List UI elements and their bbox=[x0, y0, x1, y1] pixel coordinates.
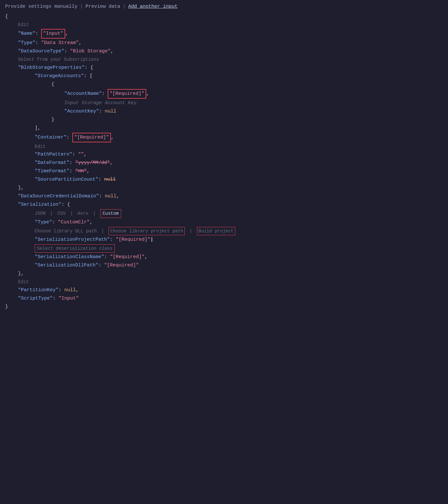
path-pattern-value: "" bbox=[78, 151, 84, 158]
ser-type-avro[interactable]: Avro bbox=[77, 210, 88, 217]
top-bar: Provide settings manually | Preview data… bbox=[5, 4, 443, 9]
source-partition-count-line: "SourcePartitionCount" : null bbox=[5, 176, 443, 184]
choose-lib-dll-path-link[interactable]: Choose library DLL path bbox=[35, 228, 97, 235]
name-key: "Name" bbox=[18, 30, 35, 38]
input-storage-account-key-line: Input Storage Account Key bbox=[5, 99, 443, 107]
ser-type-csv[interactable]: CSV bbox=[58, 210, 66, 217]
datasource-type-line: "DataSourceType" : "Blob Storage" , bbox=[5, 47, 443, 56]
ser-type-value: "CustomClr" bbox=[58, 219, 90, 226]
select-subscriptions-line: Select from your Subscriptions bbox=[5, 56, 443, 63]
datasource-type-value: "Blob Storage" bbox=[70, 48, 111, 55]
cursor: | bbox=[150, 236, 153, 244]
datasource-credential-domain-line: "DataSourceCredentialDomain" : null , bbox=[5, 192, 443, 201]
serialization-key: "Serialization" bbox=[18, 201, 61, 209]
close-bracket-line: ], bbox=[5, 124, 443, 132]
date-format-line: "DateFormat" : "yyyy/MM/dd" , bbox=[5, 159, 443, 167]
serialization-class-name-value: "[Required]" bbox=[110, 253, 145, 261]
serialization-project-path-line: "SerializationProjectPath" : "[Required]… bbox=[5, 236, 443, 244]
serialization-line: "Serialization" : { bbox=[5, 201, 443, 209]
partition-key-key: "PartitionKey" bbox=[18, 286, 58, 294]
account-name-value: "[Required]" bbox=[110, 90, 144, 98]
date-format-key: "DateFormat" bbox=[35, 159, 69, 167]
inner-close-brace: } bbox=[5, 116, 443, 124]
choose-lib-project-path-link[interactable]: Choose library project path bbox=[109, 227, 185, 235]
script-type-key: "ScriptType" bbox=[18, 295, 53, 302]
serialization-type-bar-line: JSON | CSV | Avro | Custom bbox=[5, 209, 443, 218]
library-path-bar-line: Choose library DLL path | Choose library… bbox=[5, 227, 443, 236]
account-name-line: "AccountName" : "[Required]" , bbox=[5, 89, 443, 99]
blob-storage-properties-key: "BlobStorageProperties" bbox=[18, 64, 85, 72]
select-deserialization-class-link[interactable]: Select deserialization class bbox=[35, 244, 115, 253]
ser-type-line: "Type" : "CustomClr" , bbox=[5, 218, 443, 227]
sep2: | bbox=[123, 4, 126, 9]
open-brace: { bbox=[5, 13, 443, 21]
edit-label-1: Edit bbox=[5, 21, 443, 29]
sep1: | bbox=[80, 4, 83, 9]
source-partition-count-value: null bbox=[104, 176, 116, 184]
serialization-class-name-line: "SerializationClassName" : "[Required]" … bbox=[5, 253, 443, 261]
container-value-highlight[interactable]: "[Required]" bbox=[72, 133, 111, 142]
type-key: "Type" bbox=[18, 39, 35, 47]
edit-link-2[interactable]: Edit bbox=[35, 143, 46, 150]
serialization-dll-path-value: "[Required]" bbox=[104, 262, 139, 269]
datasource-credential-domain-value: null bbox=[105, 193, 116, 200]
serialization-dll-path-line: "SerializationDllPath" : "[Required]" bbox=[5, 261, 443, 270]
serialization-dll-path-key: "SerializationDllPath" bbox=[35, 262, 98, 269]
datasource-credential-domain-key: "DataSourceCredentialDomain" bbox=[18, 193, 99, 200]
serialization-type-bar: JSON | CSV | Avro | Custom bbox=[35, 209, 121, 218]
partition-key-line: "PartitionKey" : null , bbox=[5, 286, 443, 294]
edit-label-2-line: Edit bbox=[5, 143, 443, 150]
serialization-project-path-key: "SerializationProjectPath" bbox=[35, 236, 110, 244]
edit-label-3-line: Edit bbox=[5, 278, 443, 286]
script-type-line: "ScriptType" : "Input" bbox=[5, 294, 443, 303]
datasource-type-key: "DataSourceType" bbox=[18, 48, 64, 55]
storage-accounts-line: "StorageAccounts" : [ bbox=[5, 72, 443, 80]
time-format-key: "TimeFormat" bbox=[35, 167, 69, 175]
ser-close-brace: }, bbox=[5, 270, 443, 278]
blob-close-brace: }, bbox=[5, 184, 443, 192]
edit-link-3[interactable]: Edit bbox=[18, 278, 29, 285]
source-partition-count-key: "SourcePartitionCount" bbox=[35, 176, 98, 184]
storage-accounts-key: "StorageAccounts" bbox=[35, 72, 84, 80]
type-line: "Type" : "Data Stream" , bbox=[5, 39, 443, 47]
ser-type-key: "Type" bbox=[35, 219, 52, 226]
account-key-line: "AccountKey" : null bbox=[5, 107, 443, 116]
container-key: "Container" bbox=[35, 134, 67, 141]
partition-key-value: null bbox=[64, 286, 76, 294]
ser-type-custom[interactable]: Custom bbox=[100, 209, 121, 218]
serialization-class-name-key: "SerializationClassName" bbox=[35, 253, 104, 261]
ser-type-json[interactable]: JSON bbox=[35, 210, 46, 217]
blob-storage-properties-line: "BlobStorageProperties" : { bbox=[5, 64, 443, 72]
serialization-project-path-value: "[Required]" bbox=[116, 236, 150, 244]
container-line: "Container" : "[Required]" , bbox=[5, 132, 443, 143]
time-format-value: "HH" bbox=[75, 167, 87, 175]
add-another-input-link[interactable]: Add another input bbox=[128, 4, 177, 9]
name-value: "Input" bbox=[43, 30, 63, 38]
account-key-value: null bbox=[105, 108, 116, 115]
preview-data-link[interactable]: Preview data bbox=[85, 4, 120, 9]
edit-link-1[interactable]: Edit bbox=[18, 21, 29, 28]
container-value: "[Required]" bbox=[74, 134, 109, 141]
path-pattern-line: "PathPattern" : "" , bbox=[5, 150, 443, 159]
account-key-key: "AccountKey" bbox=[64, 108, 99, 115]
time-format-line: "TimeFormat" : "HH" , bbox=[5, 167, 443, 176]
build-project-link[interactable]: Build project bbox=[197, 227, 235, 235]
json-editor: { Edit "Name" : "Input" , "Type" : "Data… bbox=[5, 13, 443, 311]
library-path-bar: Choose library DLL path | Choose library… bbox=[35, 227, 235, 235]
select-deserialization-class-line: Select deserialization class bbox=[5, 244, 443, 253]
account-name-key: "AccountName" bbox=[64, 90, 102, 98]
account-name-value-highlight[interactable]: "[Required]" bbox=[108, 89, 146, 99]
script-type-value: "Input" bbox=[58, 295, 79, 302]
close-brace-final: } bbox=[5, 303, 443, 311]
path-pattern-key: "PathPattern" bbox=[35, 151, 72, 158]
inner-open-brace: { bbox=[5, 80, 443, 89]
input-storage-account-key-label: Input Storage Account Key bbox=[64, 99, 137, 107]
provide-settings-link[interactable]: Provide settings manually bbox=[5, 4, 77, 9]
select-subscriptions-link[interactable]: Select from your Subscriptions bbox=[18, 56, 99, 63]
type-value: "Data Stream" bbox=[41, 39, 79, 47]
name-value-highlight[interactable]: "Input" bbox=[41, 29, 65, 39]
date-format-value: "yyyy/MM/dd" bbox=[75, 159, 110, 167]
name-line: "Name" : "Input" , bbox=[5, 29, 443, 39]
